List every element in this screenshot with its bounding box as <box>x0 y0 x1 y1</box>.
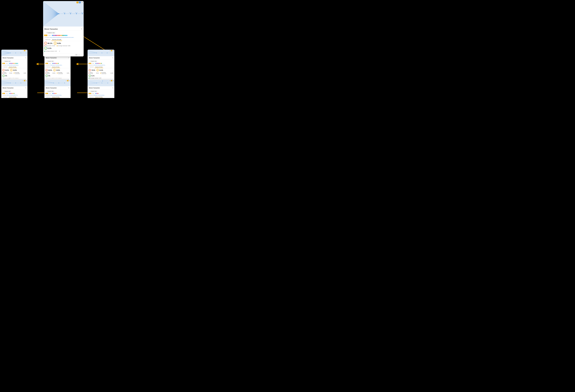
p1-dot-7[interactable] <box>16 63 17 64</box>
p4-btc[interactable]: BTC <box>2 93 5 94</box>
pointer-p4[interactable]: ⊕ <box>24 80 25 81</box>
p1-dot-6[interactable] <box>15 63 16 64</box>
p3-hash[interactable]: ae5044857d3b4be99d488734c... <box>93 65 106 66</box>
p2-hash[interactable]: 79b23e8aac3174b5b8d1182cd... <box>50 65 63 66</box>
p4-d2[interactable] <box>10 93 11 94</box>
p2-d1[interactable] <box>52 63 53 64</box>
p2-tab-sources[interactable]: Sources of Funds <box>51 66 60 68</box>
p6-explorer-btn[interactable]: ↗ Explorer view <box>89 91 97 92</box>
p6-d3[interactable] <box>98 93 98 94</box>
p6-close[interactable]: ✕ <box>112 87 113 89</box>
p5-hash[interactable]: 2f449c13031fb2e8264355e8b... <box>50 95 62 96</box>
cursor-p6[interactable]: ✦ <box>109 80 111 81</box>
grid-p6[interactable]: ⊞ <box>113 80 114 81</box>
p4-hash[interactable]: 9007130f7e920e3f09577f7e... <box>7 95 18 96</box>
p1-btc[interactable]: BTC <box>2 63 5 64</box>
p4-d3[interactable] <box>11 93 12 94</box>
p1-dot-4[interactable] <box>13 63 13 64</box>
explorer-view-button[interactable]: ↗ Explorer view <box>45 32 55 34</box>
dot-cyan[interactable] <box>65 35 66 36</box>
p5-explorer-btn[interactable]: ↗ Explorer view <box>46 91 54 92</box>
p5-d4[interactable] <box>56 93 56 94</box>
p1-usd[interactable]: USD <box>6 63 8 64</box>
grid-p3[interactable]: ⊞ <box>113 50 114 51</box>
p6-tab-sources[interactable]: Sources of Funds <box>95 96 103 98</box>
p1-dot-1[interactable] <box>9 63 10 64</box>
grid-p5[interactable]: ⊞ <box>69 80 70 81</box>
p3-explorer-btn[interactable]: ↗ Explorer view <box>89 61 97 62</box>
p1-tab-sources[interactable]: Sources of Funds <box>8 66 17 68</box>
p3-d1[interactable] <box>95 63 96 64</box>
cursor-p1[interactable]: ✦ <box>22 50 24 51</box>
p6-hash[interactable]: 38fa60ba877bc6341a29de8e... <box>93 95 105 96</box>
p4-d4[interactable] <box>13 93 13 94</box>
p4-tab-addresses[interactable]: Addresses <box>2 96 8 98</box>
p6-btc[interactable]: BTC <box>89 93 91 94</box>
cursor-p3[interactable]: ✦ <box>109 50 111 51</box>
p5-close[interactable]: ✕ <box>68 87 69 89</box>
grid-p1[interactable]: ⊞ <box>26 50 27 51</box>
dot-violet[interactable] <box>55 35 56 36</box>
p5-tab-sources[interactable]: Sources of Funds <box>51 96 60 98</box>
info-icon[interactable]: ⓘ <box>78 54 80 56</box>
p5-btc[interactable]: BTC <box>46 93 48 94</box>
pointer-p1[interactable]: ⊕ <box>24 50 25 51</box>
p2-d6[interactable] <box>58 63 59 64</box>
cursor-p4[interactable]: ✦ <box>22 80 24 81</box>
dot-green[interactable] <box>62 35 63 36</box>
p4-close[interactable]: ✕ <box>25 87 26 89</box>
p1-explorer-btn[interactable]: ↗ Explorer view <box>3 61 11 62</box>
p3-d5[interactable] <box>100 63 101 64</box>
p2-d2[interactable] <box>53 63 54 64</box>
dot-orange-red[interactable] <box>59 35 60 36</box>
pointer-p6[interactable]: ⊕ <box>111 80 112 81</box>
p2-d3[interactable] <box>54 63 55 64</box>
pointer-icon[interactable]: ⊕ <box>79 1 81 3</box>
tab-addresses[interactable]: Addresses <box>44 39 51 41</box>
zoom-in-icon[interactable]: + <box>82 54 83 56</box>
p5-tab-addresses[interactable]: Addresses <box>46 96 51 98</box>
p3-close[interactable]: ✕ <box>112 57 113 59</box>
trash-icon[interactable]: 🗑 <box>58 50 61 52</box>
dot-blue[interactable] <box>52 35 53 36</box>
p2-explorer-btn[interactable]: ↗ Explorer view <box>46 61 54 62</box>
p1-tab-addresses[interactable]: Addresses <box>2 66 8 68</box>
transaction-hash[interactable]: af2d795b50ed5ad89bc89ed3abaf6089bc4021e8… <box>50 37 74 38</box>
btc-badge[interactable]: BTC <box>44 35 47 36</box>
zoom-out-icon[interactable]: − <box>80 54 81 56</box>
p4-usd[interactable]: USD <box>6 93 8 94</box>
dot-red[interactable] <box>58 35 59 36</box>
tab-sources-of-funds[interactable]: Sources of Funds <box>51 39 62 41</box>
p4-tab-sources[interactable]: Sources of Funds <box>8 96 17 98</box>
p6-usd[interactable]: USD <box>92 93 94 94</box>
p2-usd[interactable]: USD <box>49 63 51 64</box>
p3-d3[interactable] <box>98 63 98 64</box>
pointer-p5[interactable]: ⊕ <box>67 80 69 81</box>
main-panel-close[interactable]: ✕ <box>81 28 82 30</box>
grid-icon[interactable]: ⊞ <box>81 1 83 3</box>
grid-p4[interactable]: ⊞ <box>26 80 27 81</box>
p3-d2[interactable] <box>96 63 97 64</box>
p5-d1[interactable] <box>52 93 53 94</box>
p1-dot-5[interactable] <box>14 63 15 64</box>
p4-d5[interactable] <box>14 93 15 94</box>
p5-usd[interactable]: USD <box>49 93 51 94</box>
p1-hash[interactable]: 1044f026cf362c1bfb22929be2... <box>7 65 19 66</box>
p5-d2[interactable] <box>53 93 54 94</box>
p1-dot-3[interactable] <box>11 63 12 64</box>
p2-tab-addresses[interactable]: Addresses <box>46 66 51 68</box>
dot-teal[interactable] <box>63 35 64 36</box>
p3-tab-addresses[interactable]: Addresses <box>89 66 95 68</box>
dot-pink[interactable] <box>56 35 57 36</box>
p5-d3[interactable] <box>54 93 55 94</box>
p6-tab-addresses[interactable]: Addresses <box>89 96 95 98</box>
p2-close[interactable]: ✕ <box>68 57 69 59</box>
dot-orange[interactable] <box>61 35 62 36</box>
usd-label[interactable]: USD <box>48 35 50 36</box>
p1-close[interactable]: ✕ <box>25 57 26 59</box>
p3-usd[interactable]: USD <box>92 63 94 64</box>
dot-light-blue[interactable] <box>66 35 67 36</box>
p3-tab-sources[interactable]: Sources of Funds <box>95 66 103 68</box>
p6-d2[interactable] <box>96 93 97 94</box>
pointer-p3[interactable]: ⊕ <box>111 50 112 51</box>
